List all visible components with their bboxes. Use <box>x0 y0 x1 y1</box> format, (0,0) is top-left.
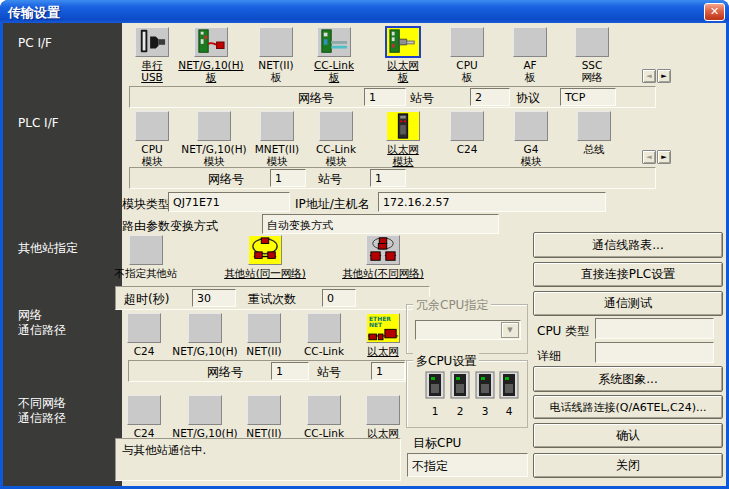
blank-board-icon[interactable] <box>513 27 547 57</box>
network-no-label: 网络号 <box>207 364 243 381</box>
redundant-cpu-group: 冗余CPU指定 ▼ <box>406 304 528 354</box>
netroute-cclink[interactable]: CC-Link <box>291 313 357 357</box>
timeout-label: 超时(秒) <box>124 291 169 308</box>
station-no-label: 站号 <box>317 364 341 381</box>
blank-board-icon[interactable] <box>575 27 609 57</box>
blank-board-icon[interactable] <box>259 27 293 57</box>
module-type-field[interactable]: QJ71E71 <box>168 192 290 212</box>
ip-address-field[interactable]: 172.16.2.57 <box>378 192 606 212</box>
timeout-field[interactable]: 30 <box>192 289 236 307</box>
netroute-c24[interactable]: C24 <box>111 313 177 357</box>
pcif-station-no-field[interactable]: 2 <box>470 88 510 106</box>
protocol-label: 协议 <box>516 90 540 107</box>
netroute-station-no-field[interactable]: 1 <box>371 362 405 380</box>
blank-module-icon[interactable] <box>188 313 222 343</box>
module-type-label: 模块类型 <box>122 196 170 213</box>
dropdown-arrow-icon[interactable]: ▼ <box>501 322 519 338</box>
pcif-ssc-network[interactable]: SSC 网络 <box>555 27 629 83</box>
ethernet-board-icon[interactable] <box>386 27 420 57</box>
pcif-scroll-left-icon[interactable]: ◄ <box>642 69 656 83</box>
blank-module-icon[interactable] <box>366 395 400 425</box>
plcif-ethernet-module[interactable]: 以太网 模块 <box>366 111 440 167</box>
netroute-netii[interactable]: NET(II) <box>231 313 297 357</box>
blank-module-icon[interactable] <box>260 111 294 141</box>
direct-plc-setup-button[interactable]: 直接连接PLC设置 <box>533 262 723 287</box>
blank-module-icon[interactable] <box>514 111 548 141</box>
pcif-ethernet-board[interactable]: 以太网 板 <box>366 27 440 83</box>
pcif-scroll-right-icon[interactable]: ► <box>657 69 671 83</box>
blank-module-icon[interactable] <box>319 111 353 141</box>
diffroute-cclink[interactable]: CC-Link <box>291 395 357 439</box>
system-image-button[interactable]: 系统图象... <box>533 366 723 392</box>
close-icon[interactable]: ✕ <box>704 3 725 21</box>
plcif-cclink-module[interactable]: CC-Link 模块 <box>299 111 373 167</box>
cpu-4[interactable]: 4 <box>498 371 520 417</box>
pcif-icon-label: 以太网 板 <box>366 59 440 83</box>
netroute-netg10h[interactable]: NET/G,10(H) <box>172 313 238 357</box>
pcif-protocol-field[interactable]: TCP <box>560 88 616 106</box>
cpu-1[interactable]: 1 <box>424 371 446 417</box>
pcif-network-no-field[interactable]: 1 <box>364 88 406 106</box>
other-station-same-network[interactable]: 其他站(同一网络) <box>205 235 325 279</box>
ip-address-label: IP地址/主机名 <box>295 196 370 213</box>
blank-module-icon[interactable] <box>127 313 161 343</box>
cclink-board-icon[interactable] <box>317 27 351 57</box>
netroute-icon-label: C24 <box>111 345 177 357</box>
cpu-type-field[interactable] <box>595 318 714 339</box>
blank-module-icon[interactable] <box>577 111 611 141</box>
no-other-station-icon[interactable] <box>129 235 163 265</box>
pcif-netg10h-board[interactable]: NET/G,10(H) 板 <box>174 27 248 83</box>
ok-button[interactable]: 确认 <box>533 423 723 448</box>
phone-line-connect-button[interactable]: 电话线路连接(Q/A6TEL,C24)... <box>533 395 723 419</box>
transfer-setup-dialog: 传输设置 ✕ PC I/F PLC I/F 其他站指定 网络 通信路径 不同网络… <box>0 0 729 489</box>
comm-test-button[interactable]: 通信测试 <box>533 291 723 316</box>
network-board-plug-icon[interactable] <box>194 27 228 57</box>
blank-module-icon[interactable] <box>197 111 231 141</box>
section-label-other-station: 其他站指定 <box>18 241 78 256</box>
plcif-bus[interactable]: 总线 <box>557 111 631 155</box>
detail-label: 详细 <box>537 348 561 365</box>
plcif-scroll-right-icon[interactable]: ► <box>657 150 671 164</box>
blank-module-icon[interactable] <box>450 111 484 141</box>
plcif-fields-row: 网络号 1 站号 1 <box>129 167 656 189</box>
netroute-icon-label: NET(II) <box>231 345 297 357</box>
other-station-diff-network-icon[interactable] <box>366 235 400 265</box>
routing-method-field[interactable]: 自动变换方式 <box>262 214 499 234</box>
plcif-c24[interactable]: C24 <box>430 111 504 155</box>
cpu-2[interactable]: 2 <box>449 371 471 417</box>
redundant-cpu-combobox[interactable]: ▼ <box>415 320 521 340</box>
cpu-3[interactable]: 3 <box>474 371 496 417</box>
pcif-cclink-board[interactable]: CC-Link 板 <box>297 27 371 83</box>
diffroute-netg10h[interactable]: NET/G,10(H) <box>172 395 238 439</box>
blank-module-icon[interactable] <box>247 313 281 343</box>
blank-module-icon[interactable] <box>135 111 169 141</box>
blank-module-icon[interactable] <box>247 395 281 425</box>
detail-field[interactable] <box>595 342 714 363</box>
diffroute-c24[interactable]: C24 <box>111 395 177 439</box>
plcif-station-no-field[interactable]: 1 <box>370 169 406 187</box>
comm-line-list-button[interactable]: 通信线路表... <box>533 232 723 258</box>
blank-module-icon[interactable] <box>188 395 222 425</box>
target-cpu-field[interactable]: 不指定 <box>407 453 528 477</box>
retry-count-field[interactable]: 0 <box>322 289 356 307</box>
serial-usb-icon[interactable] <box>135 27 169 57</box>
cpu-number: 4 <box>498 405 520 417</box>
pcif-icon-label: SSC 网络 <box>555 59 629 83</box>
netroute-network-no-field[interactable]: 1 <box>271 362 309 380</box>
blank-module-icon[interactable] <box>127 395 161 425</box>
diffroute-netii[interactable]: NET(II) <box>231 395 297 439</box>
other-station-none[interactable]: 不指定其他站 <box>86 235 206 279</box>
plcif-scroll-left-icon[interactable]: ◄ <box>642 150 656 164</box>
titlebar: 传输设置 ✕ <box>0 0 729 23</box>
ethernet-network-icon[interactable]: ETHER NET <box>366 313 400 343</box>
close-button[interactable]: 关闭 <box>533 453 723 478</box>
other-station-same-network-icon[interactable] <box>248 235 282 265</box>
other-station-diff-network[interactable]: 其他站(不同网络) <box>323 235 443 279</box>
plcif-network-no-field[interactable]: 1 <box>270 169 306 187</box>
cpu-number: 2 <box>449 405 471 417</box>
blank-board-icon[interactable] <box>450 27 484 57</box>
blank-module-icon[interactable] <box>307 313 341 343</box>
ethernet-module-icon[interactable] <box>386 111 420 141</box>
pcif-icon-label: CC-Link 板 <box>297 59 371 83</box>
blank-module-icon[interactable] <box>307 395 341 425</box>
